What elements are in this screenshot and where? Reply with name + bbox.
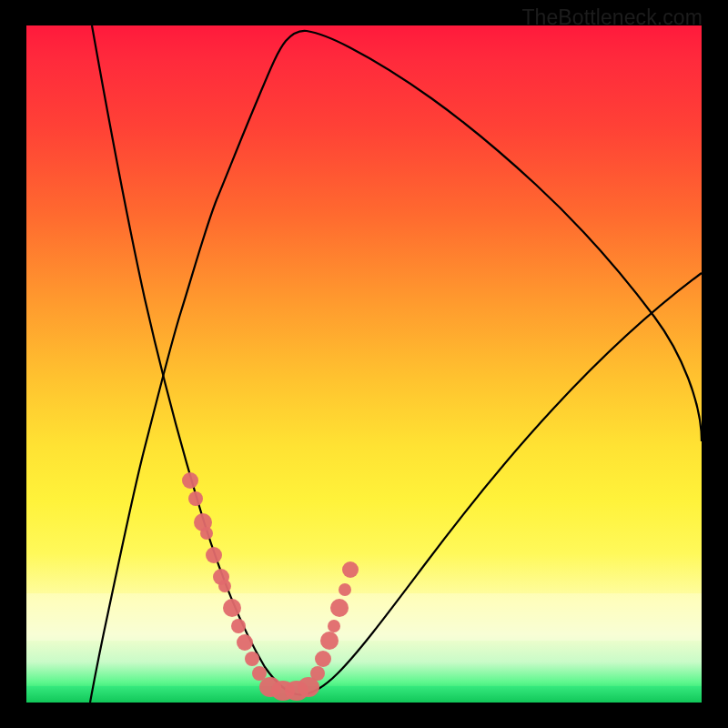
svg-point-13 (315, 651, 331, 667)
svg-point-11 (252, 666, 267, 681)
bottom-blob (259, 677, 319, 701)
svg-point-3 (200, 527, 213, 540)
svg-point-1 (188, 491, 203, 506)
svg-point-22 (298, 677, 319, 697)
svg-point-8 (231, 619, 246, 633)
svg-point-16 (330, 599, 349, 617)
svg-point-15 (328, 620, 340, 632)
svg-point-4 (206, 547, 222, 563)
right-marker-cluster (310, 561, 359, 681)
svg-point-18 (342, 561, 359, 578)
svg-point-10 (245, 652, 259, 666)
svg-point-7 (223, 599, 241, 617)
svg-point-14 (320, 632, 339, 650)
svg-point-9 (237, 634, 253, 651)
svg-point-17 (339, 583, 351, 596)
chart-svg (26, 25, 702, 703)
svg-point-0 (182, 472, 198, 489)
bottleneck-curve-main (92, 25, 702, 694)
svg-point-6 (218, 580, 231, 592)
